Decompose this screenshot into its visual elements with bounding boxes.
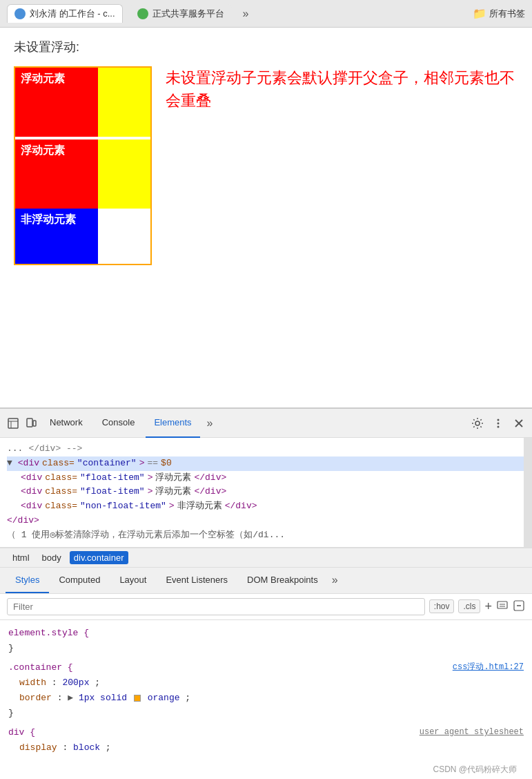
- css-rule-container: .container { css浮动.html:27 width : 200px…: [8, 660, 524, 721]
- code-comment: </div> -->: [28, 442, 82, 456]
- inspect-icon[interactable]: [6, 416, 21, 431]
- browser-tab-2[interactable]: 正式共享服务平台: [130, 4, 232, 23]
- css-selector-container-line: .container { css浮动.html:27: [8, 660, 524, 675]
- float-item-2: 浮动元素: [15, 140, 150, 209]
- css-source-container[interactable]: css浮动.html:27: [453, 660, 524, 674]
- css-panel: element.style { } .container { css浮动.htm…: [0, 620, 532, 779]
- scroll-bar-right[interactable]: [524, 438, 532, 548]
- new-rule-icon[interactable]: [496, 599, 509, 614]
- browser-tab-1[interactable]: 刘永清 的工作台 - c...: [7, 4, 123, 23]
- tab-event-listeners[interactable]: Event Listeners: [156, 567, 237, 593]
- lower-more-btn[interactable]: »: [328, 574, 342, 586]
- code-line-comment: ... </div> -->: [7, 442, 525, 456]
- devtools-panel: Network Console Elements »: [0, 407, 532, 779]
- tab-computed[interactable]: Computed: [49, 567, 110, 593]
- breadcrumb-div-container[interactable]: div.container: [70, 551, 128, 564]
- triangle-icon: ▼: [7, 456, 12, 471]
- ellipsis-icon: ...: [7, 442, 23, 456]
- tab-layout[interactable]: Layout: [110, 567, 156, 593]
- code-line-child1: <div class="float-item" > 浮动元素 </div>: [7, 471, 525, 485]
- page-label: 未设置浮动:: [14, 39, 518, 55]
- code-line-hint: （ 1 使用◎标签清除浮动，在浮动元素后添加一个空标签（如/di...: [7, 528, 525, 543]
- filter-bar: :hov .cls +: [0, 594, 532, 620]
- code-line-child2: <div class="float-item" > 浮动元素 </div>: [7, 485, 525, 499]
- svg-point-5: [475, 421, 480, 425]
- css-prop-display: display : block ;: [8, 740, 524, 756]
- css-prop-width: width : 200px ;: [8, 675, 524, 691]
- tab1-label: 刘永清 的工作台 - c...: [30, 8, 115, 20]
- code-line-child3: <div class="non-float-item" > 非浮动元素 </di…: [7, 499, 525, 514]
- code-line-selected[interactable]: ▼ <div class="container" > == $0: [7, 456, 525, 471]
- more-options-icon[interactable]: [491, 416, 506, 431]
- cls-btn[interactable]: .cls: [458, 599, 480, 613]
- non-float-label: 非浮动元素: [21, 213, 76, 227]
- browser-topbar: 刘永清 的工作台 - c... 正式共享服务平台 » 📁 所有书签: [0, 0, 532, 28]
- float-item-1: 浮动元素: [15, 68, 150, 137]
- tab2-label: 正式共享服务平台: [152, 8, 224, 20]
- tab-network[interactable]: Network: [41, 409, 91, 438]
- float-item-2-label: 浮动元素: [21, 144, 65, 158]
- non-float-item: 非浮动元素: [15, 209, 150, 264]
- tab-elements[interactable]: Elements: [146, 409, 199, 438]
- watermark: CSDN @代码粉碎大师: [8, 761, 524, 778]
- toggle-icon[interactable]: [513, 599, 525, 614]
- hov-btn[interactable]: :hov: [429, 599, 455, 613]
- float-box-2: 浮动元素: [15, 140, 98, 209]
- tab-dom-breakpoints[interactable]: DOM Breakpoints: [237, 567, 328, 593]
- tab-styles[interactable]: Styles: [6, 567, 49, 593]
- html-code-area: ... </div> --> ▼ <div class="container" …: [0, 438, 532, 548]
- lower-tabs: Styles Computed Layout Event Listeners D…: [0, 568, 532, 594]
- demo-area: 浮动元素 浮动元素 非浮动元素 未设置浮动子元素会默认撑开父盒子，相邻元素也不会…: [14, 66, 518, 265]
- settings-icon[interactable]: [470, 416, 485, 431]
- more-tabs-btn[interactable]: »: [239, 8, 253, 20]
- css-rule-element-style: element.style { }: [8, 626, 524, 656]
- css-close-element: }: [8, 641, 524, 656]
- css-selector-element: element.style {: [8, 626, 524, 641]
- description-text: 未设置浮动子元素会默认撑开父盒子，相邻元素也不会重叠: [166, 66, 518, 112]
- svg-point-8: [497, 425, 500, 427]
- float-item-1-label: 浮动元素: [21, 72, 65, 86]
- more-tabs-devtools[interactable]: »: [203, 417, 217, 430]
- float-box-1: 浮动元素: [15, 68, 98, 137]
- css-source-div[interactable]: user agent stylesheet: [420, 725, 524, 739]
- svg-rect-11: [497, 602, 507, 608]
- bookmark-label: 所有书签: [489, 8, 525, 20]
- tab2-icon: [137, 8, 148, 19]
- css-prop-border: border : ▶ 1px solid orange ;: [8, 691, 524, 706]
- bookmark-btn[interactable]: 📁 所有书签: [473, 7, 525, 20]
- css-selector-div-line: div { user agent stylesheet: [8, 725, 524, 740]
- css-rule-div: div { user agent stylesheet display : bl…: [8, 725, 524, 756]
- svg-rect-0: [8, 419, 18, 428]
- css-close-container: }: [8, 706, 524, 721]
- breadcrumb-bar: html body div.container: [0, 548, 532, 568]
- svg-point-7: [497, 422, 500, 424]
- color-swatch-orange[interactable]: [134, 695, 141, 702]
- close-icon[interactable]: [511, 416, 526, 431]
- devtools-toolbar: Network Console Elements »: [0, 409, 532, 438]
- svg-rect-4: [33, 421, 36, 426]
- filter-icon-group: +: [484, 599, 525, 614]
- add-style-icon[interactable]: +: [484, 599, 492, 614]
- breadcrumb-body[interactable]: body: [38, 551, 66, 564]
- bookmark-icon: 📁: [473, 7, 486, 20]
- main-content: 未设置浮动: 浮动元素 浮动元素 非浮动元素 未设置: [0, 28, 532, 407]
- html-code-wrapper: ... </div> --> ▼ <div class="container" …: [0, 438, 532, 548]
- tab-console[interactable]: Console: [94, 409, 144, 438]
- tab1-icon: [14, 8, 26, 19]
- non-float-box: 非浮动元素: [15, 209, 98, 264]
- devtools-toolbar-right: [470, 416, 526, 431]
- breadcrumb-html[interactable]: html: [8, 551, 34, 564]
- float-container: 浮动元素 浮动元素 非浮动元素: [14, 66, 152, 265]
- filter-input[interactable]: [7, 598, 425, 615]
- code-line-close: </div>: [7, 514, 525, 528]
- device-icon[interactable]: [23, 416, 39, 431]
- svg-rect-3: [27, 419, 32, 427]
- svg-point-6: [497, 419, 500, 421]
